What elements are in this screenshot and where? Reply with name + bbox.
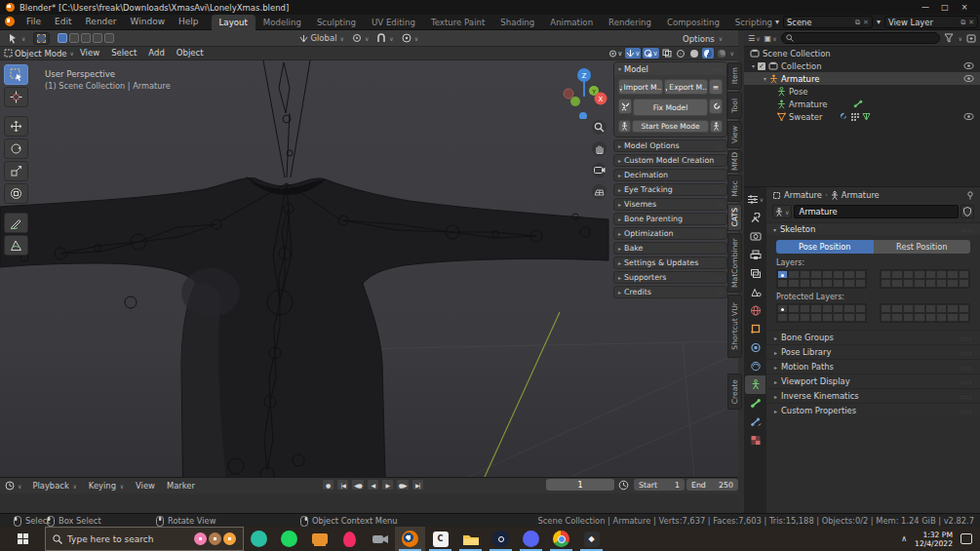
pose-position-button[interactable]: Pose Position <box>776 240 874 254</box>
taskbar-search[interactable]: Type here to search <box>45 527 244 551</box>
layer-cell[interactable] <box>959 279 969 288</box>
layer-cell[interactable] <box>903 270 914 279</box>
workspace-tab-sculpting[interactable]: Sculpting <box>309 15 364 30</box>
layer-cell[interactable] <box>936 279 947 288</box>
layer-cell[interactable] <box>947 279 958 288</box>
layer-cell[interactable] <box>822 313 833 322</box>
panel-bone-groups[interactable]: ▸Bone Groups:::: <box>766 330 980 344</box>
fake-user-button[interactable] <box>960 205 974 218</box>
armature-layers-grid[interactable] <box>776 269 867 289</box>
panel-credits[interactable]: ▸Credits:: <box>613 286 727 298</box>
layer-cell[interactable] <box>903 313 914 322</box>
layer-cell[interactable] <box>891 270 902 279</box>
layer-cell[interactable] <box>777 270 788 279</box>
properties-tab-object[interactable] <box>745 320 765 338</box>
workspace-tab-scripting[interactable]: Scripting <box>727 15 780 30</box>
layer-cell[interactable] <box>881 304 891 313</box>
properties-tab-object-data[interactable] <box>745 375 765 394</box>
start-pose-mode-button[interactable]: Start Pose Mode <box>632 120 709 133</box>
workspace-tab-rendering[interactable]: Rendering <box>601 15 659 30</box>
outliner-search-input[interactable] <box>781 32 940 44</box>
taskbar-steam-button[interactable] <box>486 527 516 551</box>
layer-cell[interactable] <box>947 270 958 279</box>
viewport-menu-select[interactable]: Select <box>105 46 142 60</box>
layer-cell[interactable] <box>936 313 947 322</box>
start-button[interactable] <box>0 527 45 551</box>
layer-cell[interactable] <box>881 313 891 322</box>
show-overlays-toggle[interactable]: ∨ <box>643 48 658 59</box>
workspace-tab-uv-editing[interactable]: UV Editing <box>364 15 423 30</box>
panel-bake[interactable]: ▸Bake:: <box>613 242 727 255</box>
object-visibility-dropdown[interactable]: ∨ <box>608 48 623 59</box>
layer-cell[interactable] <box>843 304 854 313</box>
layer-cell[interactable] <box>788 313 799 322</box>
armature-layers-grid-2[interactable] <box>880 269 970 289</box>
menu-edit[interactable]: Edit <box>48 15 78 29</box>
layer-cell[interactable] <box>855 304 866 313</box>
sidebar-tab-matcombiner[interactable]: MatCombiner <box>727 233 742 293</box>
properties-tab-output[interactable] <box>745 246 765 264</box>
panel-pose-library[interactable]: ▸Pose Library:::: <box>766 344 980 359</box>
export-model-button[interactable]: Export M.. <box>664 79 709 95</box>
select-mode-subtract[interactable] <box>81 33 91 43</box>
timeline-menu-playback[interactable]: Playback ∨ <box>26 479 82 493</box>
layer-cell[interactable] <box>810 313 821 322</box>
outliner-row-armature-data[interactable]: Armature <box>744 98 980 110</box>
layer-cell[interactable] <box>843 313 854 322</box>
pin-icon[interactable] <box>966 191 974 200</box>
transform-tool-button[interactable] <box>4 183 28 204</box>
skeleton-panel-header[interactable]: ▾Skeleton :::: <box>766 222 980 235</box>
menu-window[interactable]: Window <box>124 15 173 29</box>
layer-cell[interactable] <box>833 279 843 288</box>
layer-cell[interactable] <box>833 304 843 313</box>
sidebar-tab-misc[interactable]: Misc <box>727 175 742 202</box>
panel-model-options[interactable]: ▸Model Options:: <box>613 139 727 152</box>
layer-cell[interactable] <box>788 279 799 288</box>
outliner-row-collection[interactable]: ▾ ✓ Collection <box>744 59 980 72</box>
layer-cell[interactable] <box>833 270 843 279</box>
current-frame-field[interactable]: 1 <box>546 479 614 491</box>
tray-chevron-icon[interactable]: ∧ <box>901 534 907 543</box>
panel-visemes[interactable]: ▸Visemes:: <box>613 198 727 211</box>
layer-cell[interactable] <box>810 279 821 288</box>
properties-tab-editor-type[interactable]: ∨ <box>745 190 765 209</box>
id-type-dropdown[interactable]: ∨ <box>772 205 792 218</box>
minimize-button[interactable]: — <box>916 3 935 12</box>
panel-inverse-kinematics[interactable]: ▸Inverse Kinematics:::: <box>766 388 980 403</box>
layer-cell[interactable] <box>800 313 810 322</box>
breadcrumb-data[interactable]: Armature <box>842 190 880 200</box>
filter-object-dropdown[interactable]: ▣∨ <box>764 34 777 43</box>
workspace-tab-compositing[interactable]: Compositing <box>659 15 727 30</box>
outliner-row-sweater[interactable]: Sweater <box>744 110 980 123</box>
display-mode-dropdown[interactable]: ☰∨ <box>748 34 761 43</box>
mode-dropdown[interactable]: Object Mode∨ <box>4 49 74 59</box>
frame-end-field[interactable]: End250 <box>686 479 738 491</box>
close-button[interactable]: × <box>955 3 974 12</box>
navigation-gizmo[interactable]: Z Y X <box>558 64 612 119</box>
layer-cell[interactable] <box>810 304 821 313</box>
move-tool-button[interactable] <box>4 116 28 137</box>
hide-eye-icon[interactable] <box>963 62 974 69</box>
layer-cell[interactable] <box>777 279 788 288</box>
select-mode-intersect[interactable] <box>104 33 114 43</box>
layer-cell[interactable] <box>881 279 891 288</box>
properties-tab-texture[interactable] <box>745 431 765 450</box>
properties-tab-bone[interactable] <box>745 394 765 413</box>
options-dropdown[interactable]: Options∨ <box>683 32 723 45</box>
timeline-menu-view[interactable]: View <box>130 479 161 493</box>
select-mode-extend[interactable] <box>69 33 79 43</box>
panel-optimization[interactable]: ▸Optimization:: <box>613 227 727 240</box>
sidebar-tab-shortcut-vur[interactable]: Shortcut VUr <box>727 295 742 358</box>
outliner-row-scene-collection[interactable]: Scene Collection <box>744 47 980 59</box>
rotate-tool-button[interactable] <box>4 138 28 159</box>
layer-cell[interactable] <box>903 304 914 313</box>
copy-icon[interactable]: ⧉ <box>960 19 965 26</box>
layer-cell[interactable] <box>800 270 810 279</box>
properties-tab-scene[interactable] <box>745 283 765 301</box>
layer-cell[interactable] <box>959 304 969 313</box>
auto-keying-toggle[interactable] <box>618 480 629 491</box>
layer-cell[interactable] <box>959 270 969 279</box>
taskbar-flame-app-button[interactable] <box>334 527 365 551</box>
view-layer-selector[interactable]: View Layer ⧉✕ <box>884 16 978 28</box>
layer-cell[interactable] <box>891 304 902 313</box>
